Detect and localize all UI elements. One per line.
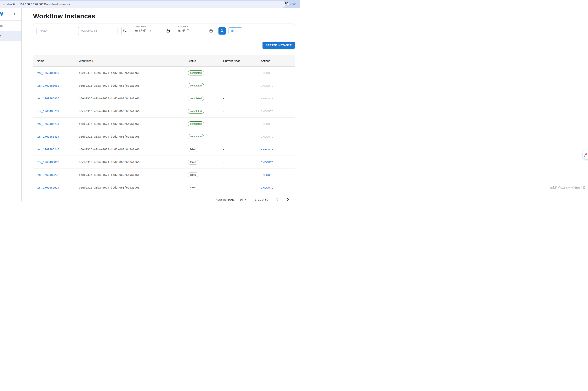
next-page-button[interactable]: [285, 197, 291, 201]
sidebar-item-instances[interactable]: s: [0, 31, 21, 41]
instance-name-link[interactable]: test_1769485731: [37, 109, 59, 113]
start-time-input[interactable]: Start Time 年 /月/日 --:--: [133, 27, 172, 35]
instance-name-link[interactable]: test_1769486059: [37, 84, 59, 87]
workflow-id-cell: b6eb9316-a0ba-4674-bdd2-063f6b9a1a66: [79, 148, 188, 151]
current-node-cell: -: [223, 122, 261, 125]
end-time-label: End Time: [177, 25, 188, 28]
table-row: test_1769485731 b6eb9316-a0ba-4674-bdd2-…: [33, 117, 295, 130]
workflow-id-cell: b6eb9316-a0ba-4674-bdd2-063f6b9a1a66: [79, 135, 188, 138]
table-row: test_1769485731 b6eb9316-a0ba-4674-bdd2-…: [33, 105, 295, 117]
instance-name-link[interactable]: test_1769485966: [37, 97, 59, 100]
table-row: test_1769486059 b6eb9316-a0ba-4674-bdd2-…: [33, 67, 295, 79]
table-row: test_1769486059 b6eb9316-a0ba-4674-bdd2-…: [33, 79, 295, 92]
execute-button: EXECUTE: [261, 72, 274, 75]
security-label[interactable]: 不安全: [7, 2, 15, 6]
previous-page-button[interactable]: [275, 197, 280, 201]
name-filter-input[interactable]: [36, 27, 75, 35]
execute-button: EXECUTE: [261, 135, 274, 138]
current-node-cell: -: [223, 173, 261, 176]
start-time-label: Start Time: [135, 25, 147, 28]
current-node-cell: -: [223, 71, 261, 75]
table-row: test_1769482524 b6eb9316-a0ba-4674-bdd2-…: [33, 181, 295, 194]
select-caret-icon: ▼: [245, 198, 247, 201]
column-header-name: Name: [33, 59, 79, 63]
current-node-cell: -: [223, 135, 261, 138]
status-badge: completed: [188, 70, 204, 76]
filter-bar: S▾.. Start Time 年 /月/日 --:-- End Time 年 …: [33, 23, 295, 38]
status-badge: failed: [188, 160, 198, 165]
reset-button[interactable]: RESET: [229, 27, 242, 34]
rows-per-page-select[interactable]: 10 ▼: [240, 198, 247, 201]
table-body: test_1769486059 b6eb9316-a0ba-4674-bdd2-…: [33, 67, 295, 194]
execute-button: EXECUTE: [261, 122, 274, 125]
instance-name-link[interactable]: test_1769485731: [37, 122, 59, 125]
instance-name-link[interactable]: test_1769485246: [37, 148, 59, 151]
calendar-icon[interactable]: [166, 29, 170, 33]
chevron-right-icon: [286, 197, 290, 201]
execute-button: EXECUTE: [261, 110, 274, 113]
current-node-cell: -: [223, 97, 261, 100]
table-row: test_1769483810 b6eb9316-a0ba-4674-bdd2-…: [33, 156, 295, 169]
search-icon: [220, 29, 224, 33]
address-bar[interactable]: ⚠ 不安全 192.168.0.176:5003/workflow/instan…: [0, 0, 286, 8]
current-node-cell: -: [223, 109, 261, 113]
status-badge: failed: [188, 185, 198, 190]
execute-button: EXECUTE: [261, 97, 274, 100]
status-filter-select[interactable]: S▾..: [121, 27, 129, 35]
execute-button[interactable]: EXECUTE: [261, 174, 274, 176]
status-badge: completed: [188, 83, 204, 88]
chevron-left-icon: [275, 197, 280, 201]
table-row: test_1769485494 b6eb9316-a0ba-4674-bdd2-…: [33, 130, 295, 143]
status-badge: completed: [188, 134, 204, 139]
end-time-input[interactable]: End Time 年 /月/日 --:--: [176, 27, 215, 35]
status-badge: completed: [188, 109, 204, 114]
bookmark-star-icon[interactable]: ☆: [293, 2, 296, 5]
current-node-cell: -: [223, 148, 261, 151]
table-header-row: Name Workflow ID Status Current Node Act…: [33, 55, 295, 67]
table-row: test_1769483232 b6eb9316-a0ba-4674-bdd2-…: [33, 169, 295, 181]
workflow-id-cell: b6eb9316-a0ba-4674-bdd2-063f6b9a1a66: [79, 84, 188, 87]
instances-table: Name Workflow ID Status Current Node Act…: [33, 55, 295, 201]
current-node-cell: -: [223, 160, 261, 164]
browser-top-bar: ⚠ 不安全 192.168.0.176:5003/workflow/instan…: [0, 0, 300, 8]
execute-button[interactable]: EXECUTE: [261, 148, 274, 151]
workflow-id-cell: b6eb9316-a0ba-4674-bdd2-063f6b9a1a66: [79, 161, 188, 164]
current-node-cell: -: [223, 186, 261, 189]
rows-per-page-label: Rows per page:: [216, 198, 235, 201]
sidebar: W ws s: [0, 8, 22, 201]
workflow-id-filter-input[interactable]: [78, 27, 118, 35]
extension-star-icon[interactable]: ☆: [289, 2, 293, 5]
execute-button: EXECUTE: [261, 84, 274, 87]
workflow-id-cell: b6eb9316-a0ba-4674-bdd2-063f6b9a1a66: [79, 97, 188, 100]
execute-button[interactable]: EXECUTE: [261, 186, 274, 189]
status-badge: failed: [188, 172, 198, 177]
translate-icon[interactable]: G 文: [285, 2, 289, 5]
workflow-id-cell: b6eb9316-a0ba-4674-bdd2-063f6b9a1a66: [79, 71, 188, 75]
instance-name-link[interactable]: test_1769483810: [37, 160, 59, 164]
workflow-id-cell: b6eb9316-a0ba-4674-bdd2-063f6b9a1a66: [79, 122, 188, 125]
workflow-id-cell: b6eb9316-a0ba-4674-bdd2-063f6b9a1a66: [79, 186, 188, 189]
workflow-id-cell: b6eb9316-a0ba-4674-bdd2-063f6b9a1a66: [79, 173, 188, 176]
create-instance-button[interactable]: CREATE INSTANCE: [263, 42, 295, 49]
sidebar-collapse-button[interactable]: [12, 11, 17, 17]
sidebar-item-workflows[interactable]: ws: [0, 21, 21, 31]
instance-name-link[interactable]: test_1769482524: [37, 186, 59, 189]
url-text[interactable]: 192.168.0.176:5003/workflow/instances: [19, 3, 70, 6]
column-header-current-node: Current Node: [223, 59, 261, 63]
status-badge: failed: [188, 147, 198, 152]
current-node-cell: -: [223, 84, 261, 87]
app-logo-fragment: W: [0, 11, 3, 17]
execute-button[interactable]: EXECUTE: [261, 161, 274, 164]
table-row: test_1769485966 b6eb9316-a0ba-4674-bdd2-…: [33, 92, 295, 105]
status-badge: completed: [188, 121, 204, 126]
instance-name-link[interactable]: test_1769485494: [37, 135, 59, 138]
column-header-status: Status: [188, 59, 223, 63]
instance-name-link[interactable]: test_1769483232: [37, 173, 59, 176]
search-button[interactable]: [218, 27, 226, 35]
calendar-icon[interactable]: [209, 29, 213, 33]
instance-name-link[interactable]: test_1769486059: [37, 71, 59, 75]
pagination-range: 1–10 of 80: [255, 198, 268, 201]
not-secure-warning-icon: ⚠: [3, 3, 5, 5]
table-pagination: Rows per page: 10 ▼ 1–10 of 80: [33, 194, 295, 201]
status-badge: completed: [188, 96, 204, 101]
